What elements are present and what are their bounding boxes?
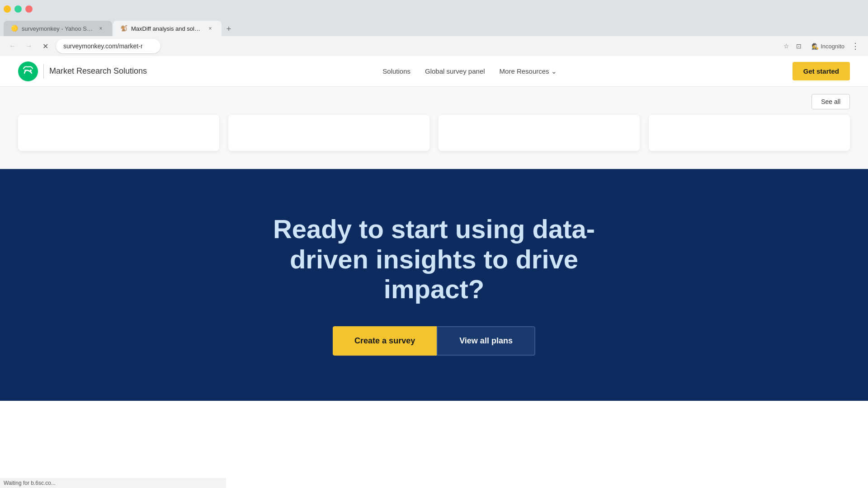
address-bar-container: ☆ ⊡: [56, 39, 808, 53]
minimize-button[interactable]: −: [4, 5, 11, 13]
see-all-container: See all: [18, 87, 850, 115]
profile-button[interactable]: ⊡: [793, 41, 804, 52]
create-survey-button[interactable]: Create a survey: [333, 326, 437, 356]
tab-1-favicon: 🟡: [11, 25, 18, 32]
maximize-button[interactable]: □: [14, 5, 22, 13]
cta-buttons: Create a survey View all plans: [333, 326, 535, 356]
nav-controls: ← → ✕: [5, 39, 52, 53]
incognito-label: Incognito: [821, 43, 844, 50]
logo-text: Market Research Solutions: [49, 66, 147, 76]
status-text: Waiting for b.6sc.co...: [4, 480, 56, 486]
cards-row: [18, 115, 850, 169]
tab-2-favicon: 🐒: [120, 25, 127, 32]
site-nav: Market Research Solutions Solutions Glob…: [0, 56, 868, 87]
site-logo: Market Research Solutions: [18, 61, 147, 81]
forward-button[interactable]: →: [22, 39, 36, 53]
status-bar: Waiting for b.6sc.co...: [0, 478, 226, 488]
bookmark-button[interactable]: ☆: [781, 41, 792, 52]
address-bar-icons: ☆ ⊡: [781, 41, 804, 52]
logo-divider: [43, 64, 44, 79]
tab-1-close[interactable]: ×: [97, 24, 105, 33]
back-button[interactable]: ←: [5, 39, 20, 53]
tab-bar: 🟡 surveymonkey - Yahoo Search... × 🐒 Max…: [0, 18, 868, 36]
view-all-plans-button[interactable]: View all plans: [437, 326, 535, 356]
cards-section-wrapper: See all: [0, 87, 868, 169]
card-1: [18, 115, 219, 151]
nav-links: Solutions Global survey panel More Resou…: [382, 67, 557, 75]
close-button[interactable]: ×: [25, 5, 33, 13]
nav-link-solutions[interactable]: Solutions: [382, 67, 410, 75]
tab-2-label: MaxDiff analysis and solutions...: [131, 25, 203, 32]
cta-heading: Ready to start using data-driven insight…: [253, 214, 615, 305]
card-2: [228, 115, 429, 151]
card-3: [439, 115, 640, 151]
nav-link-more-resources[interactable]: More Resources ⌄: [500, 67, 557, 75]
browser-chrome: − □ × 🟡 surveymonkey - Yahoo Search... ×…: [0, 0, 868, 56]
nav-link-global-survey[interactable]: Global survey panel: [425, 67, 485, 75]
page-content: Market Research Solutions Solutions Glob…: [0, 56, 868, 401]
svg-point-2: [30, 70, 32, 71]
window-controls: − □ ×: [4, 5, 33, 13]
browser-nav-bar: ← → ✕ ☆ ⊡ 🕵 Incognito ⋮: [0, 36, 868, 56]
cta-section: Ready to start using data-driven insight…: [0, 169, 868, 401]
incognito-icon: 🕵: [811, 43, 819, 50]
chevron-down-icon: ⌄: [551, 67, 557, 75]
tab-2-close[interactable]: ×: [206, 24, 214, 33]
address-bar[interactable]: [56, 39, 160, 53]
svg-point-0: [18, 61, 38, 81]
browser-menu-button[interactable]: ⋮: [848, 39, 863, 53]
card-4: [649, 115, 850, 151]
get-started-button[interactable]: Get started: [793, 62, 850, 80]
surveymonkey-logo-icon: [18, 61, 38, 81]
incognito-indicator: 🕵 Incognito: [811, 43, 844, 50]
tab-1-label: surveymonkey - Yahoo Search...: [22, 25, 93, 32]
tab-1[interactable]: 🟡 surveymonkey - Yahoo Search... ×: [4, 21, 112, 36]
new-tab-button[interactable]: +: [222, 23, 235, 35]
svg-point-1: [24, 70, 26, 71]
reload-button[interactable]: ✕: [38, 39, 52, 53]
see-all-button[interactable]: See all: [811, 94, 850, 109]
browser-titlebar: − □ ×: [0, 0, 868, 18]
tab-2[interactable]: 🐒 MaxDiff analysis and solutions... ×: [113, 21, 222, 36]
